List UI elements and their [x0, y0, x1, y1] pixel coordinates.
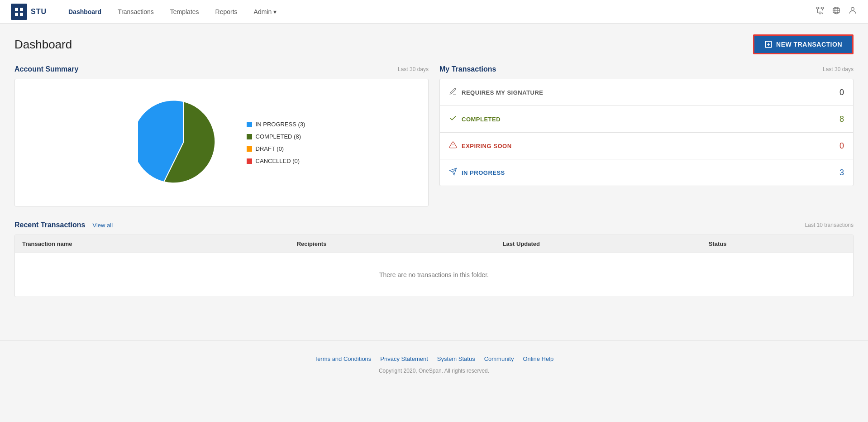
legend-dot-inprogress [247, 122, 252, 127]
user-icon[interactable] [848, 6, 857, 17]
nav-dashboard[interactable]: Dashboard [61, 5, 109, 18]
nav-templates[interactable]: Templates [163, 5, 206, 18]
inprogress-icon [449, 168, 462, 177]
footer-terms[interactable]: Terms and Conditions [315, 355, 372, 362]
my-transactions-card: REQUIRES MY SIGNATURE 0 COMPLETED 8 [439, 79, 854, 186]
inprogress-count: 3 [839, 168, 844, 177]
svg-rect-1 [20, 8, 23, 11]
recent-transactions-header: Recent Transactions View all Last 10 tra… [14, 221, 854, 229]
footer: Terms and Conditions Privacy Statement S… [0, 340, 868, 385]
brand-name: STU [31, 8, 47, 16]
brand-logo-icon [11, 4, 27, 20]
chevron-down-icon: ▾ [273, 8, 277, 15]
my-transactions-subtitle: Last 30 days [823, 66, 854, 72]
nav-reports[interactable]: Reports [208, 5, 245, 18]
legend-cancelled: CANCELLED (0) [247, 158, 305, 164]
footer-community[interactable]: Community [484, 355, 514, 362]
footer-links: Terms and Conditions Privacy Statement S… [0, 355, 868, 362]
svg-rect-2 [15, 13, 18, 16]
table-header: Transaction name Recipients Last Updated… [15, 235, 853, 253]
account-summary-header: Account Summary Last 30 days [14, 65, 429, 73]
table-empty-message: There are no transactions in this folder… [15, 253, 853, 297]
svg-rect-5 [821, 7, 823, 9]
footer-system-status[interactable]: System Status [437, 355, 475, 362]
completed-label: COMPLETED [462, 116, 839, 123]
legend-draft: DRAFT (0) [247, 145, 305, 152]
chart-legend: IN PROGRESS (3) COMPLETED (8) DRAFT (0) [247, 121, 305, 164]
view-all-link[interactable]: View all [93, 222, 113, 229]
completed-count: 8 [839, 115, 844, 124]
page-header: Dashboard NEW TRANSACTION [14, 34, 854, 54]
svg-point-18 [851, 7, 854, 10]
pie-chart-svg [138, 97, 229, 188]
signature-count: 0 [839, 88, 844, 97]
svg-rect-4 [817, 7, 819, 9]
transaction-row-inprogress[interactable]: IN PROGRESS 3 [440, 159, 853, 186]
legend-label-draft: DRAFT (0) [256, 145, 284, 152]
dashboard-grid: Account Summary Last 30 days [14, 65, 854, 206]
network-icon[interactable] [816, 6, 825, 17]
inprogress-label: IN PROGRESS [462, 169, 839, 176]
chart-area: IN PROGRESS (3) COMPLETED (8) DRAFT (0) [24, 88, 419, 197]
transaction-row-completed[interactable]: COMPLETED 8 [440, 106, 853, 133]
legend-inprogress: IN PROGRESS (3) [247, 121, 305, 128]
svg-rect-0 [15, 8, 18, 11]
svg-rect-6 [819, 12, 821, 14]
nav-admin[interactable]: Admin ▾ [247, 5, 284, 18]
recent-transactions-section: Recent Transactions View all Last 10 tra… [14, 221, 854, 297]
completed-icon [449, 114, 462, 124]
navbar: STU Dashboard Transactions Templates Rep… [0, 0, 868, 24]
legend-dot-cancelled [247, 158, 252, 164]
col-recipients: Recipients [297, 240, 503, 247]
account-summary-title: Account Summary [14, 65, 78, 73]
col-last-updated: Last Updated [503, 240, 709, 247]
transaction-row-signature[interactable]: REQUIRES MY SIGNATURE 0 [440, 79, 853, 106]
my-transactions-header: My Transactions Last 30 days [439, 65, 854, 73]
brand: STU [11, 4, 47, 20]
pie-chart [138, 97, 229, 188]
account-summary-subtitle: Last 30 days [398, 66, 429, 72]
svg-rect-3 [20, 13, 23, 16]
recent-transactions-title: Recent Transactions [14, 221, 86, 229]
legend-completed: COMPLETED (8) [247, 133, 305, 140]
my-transactions-title: My Transactions [439, 65, 496, 73]
nav-right [816, 6, 857, 17]
col-status: Status [709, 240, 846, 247]
my-transactions-section: My Transactions Last 30 days REQUIRES MY… [439, 65, 854, 206]
legend-label-completed: COMPLETED (8) [256, 133, 301, 140]
nav-links: Dashboard Transactions Templates Reports… [61, 5, 816, 18]
legend-label-cancelled: CANCELLED (0) [256, 158, 300, 164]
legend-dot-draft [247, 146, 252, 152]
legend-dot-completed [247, 134, 252, 139]
globe-icon[interactable] [832, 6, 841, 17]
col-transaction-name: Transaction name [22, 240, 297, 247]
legend-label-inprogress: IN PROGRESS (3) [256, 121, 305, 128]
transactions-table: Transaction name Recipients Last Updated… [14, 235, 854, 297]
recent-transactions-subtitle: Last 10 transactions [805, 222, 854, 228]
footer-copyright: Copyright 2020, OneSpan. All rights rese… [0, 368, 868, 374]
signature-icon [449, 87, 462, 97]
main-content: Dashboard NEW TRANSACTION Account Summar… [0, 24, 868, 322]
account-summary-card: IN PROGRESS (3) COMPLETED (8) DRAFT (0) [14, 79, 429, 206]
new-transaction-icon [764, 40, 773, 48]
footer-online-help[interactable]: Online Help [523, 355, 553, 362]
signature-label: REQUIRES MY SIGNATURE [462, 89, 839, 96]
expiring-count: 0 [839, 141, 844, 151]
account-summary-section: Account Summary Last 30 days [14, 65, 429, 206]
recent-header-left: Recent Transactions View all [14, 221, 113, 229]
expiring-icon [449, 141, 462, 151]
transaction-row-expiring[interactable]: EXPIRING SOON 0 [440, 133, 853, 159]
page-title: Dashboard [14, 38, 72, 52]
nav-transactions[interactable]: Transactions [110, 5, 161, 18]
footer-privacy[interactable]: Privacy Statement [380, 355, 428, 362]
expiring-label: EXPIRING SOON [462, 143, 839, 149]
new-transaction-button[interactable]: NEW TRANSACTION [753, 34, 854, 54]
